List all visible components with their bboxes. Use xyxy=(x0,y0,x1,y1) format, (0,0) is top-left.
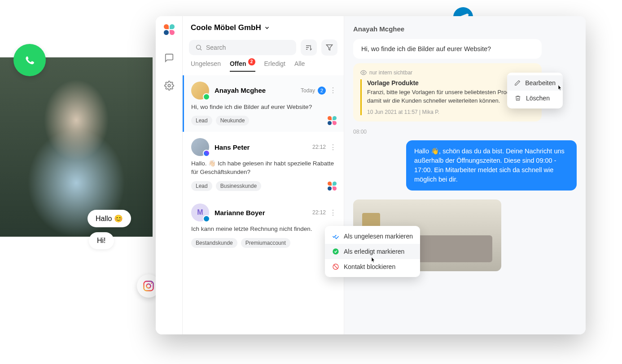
app-logo-small xyxy=(328,116,337,125)
svg-point-5 xyxy=(363,72,364,74)
sidebar xyxy=(156,16,183,334)
tag: Lead xyxy=(191,181,212,191)
tag: Lead xyxy=(191,116,212,126)
outgoing-message: Hallo 👋, schön das du da bist. Deine Nac… xyxy=(406,140,577,191)
chat-pane: Anayah Mcghee Hi, wo finde ich die Bilde… xyxy=(344,16,586,334)
avatar: M xyxy=(191,204,209,221)
telegram-channel-badge xyxy=(203,215,210,222)
conversation-options-button[interactable]: ⋮ xyxy=(329,143,337,152)
conversation-options-button[interactable]: ⋮ xyxy=(329,86,337,95)
conversation-item[interactable]: Hans Peter 22:12 ⋮ Hallo. 👋🏻 Ich habe ge… xyxy=(183,132,344,197)
chat-contact-name: Anayah Mcghee xyxy=(344,25,586,39)
pencil-icon xyxy=(514,79,521,87)
trash-icon xyxy=(514,95,521,102)
tag: Premiumaccount xyxy=(241,238,290,248)
tab-done[interactable]: Erledigt xyxy=(264,60,285,72)
chat-bubble-hello: Hallo 😊 xyxy=(88,210,131,227)
checkmarks-icon xyxy=(332,233,339,240)
search-input[interactable]: Search xyxy=(189,40,296,55)
whatsapp-channel-badge xyxy=(203,93,210,100)
workspace-switcher[interactable]: Coole Möbel GmbH xyxy=(183,16,344,39)
tag: Bestandskunde xyxy=(191,238,237,248)
sort-button[interactable] xyxy=(301,39,317,56)
sort-icon xyxy=(305,44,312,51)
edit-item[interactable]: Bearbeiten xyxy=(507,75,563,91)
tab-unread[interactable]: Ungelesen xyxy=(191,60,221,72)
tag: Neukunde xyxy=(216,116,250,126)
message-preview: Hallo. 👋🏻 Ich habe gelesen ihr habt spez… xyxy=(191,160,337,177)
cursor-pointer-icon xyxy=(556,84,564,92)
mark-unread-item[interactable]: Als ungelesen markieren xyxy=(325,229,420,244)
app-logo xyxy=(164,24,175,35)
conversation-context-menu: Als ungelesen markieren Als erledigt mar… xyxy=(325,226,420,277)
contact-name: Hans Peter xyxy=(215,143,312,151)
message-preview: Hi, wo finde ich die Bilder auf eurer We… xyxy=(191,103,337,112)
contact-name: Marianne Boyer xyxy=(215,209,312,217)
timestamp: 08:00 xyxy=(344,126,586,140)
settings-nav-icon[interactable] xyxy=(164,81,174,91)
status-tabs: Ungelesen Offen2 Erledigt Alle xyxy=(183,60,344,75)
conversation-time: 22:12 xyxy=(312,144,326,150)
open-count-badge: 2 xyxy=(248,58,255,65)
messages-nav-icon[interactable] xyxy=(164,53,174,63)
internal-label: nur intern sichtbar xyxy=(369,69,412,76)
avatar xyxy=(191,82,209,100)
tab-open[interactable]: Offen2 xyxy=(230,60,255,72)
conversation-item[interactable]: M Marianne Boyer 22:12 ⋮ Ich kann meine … xyxy=(183,197,344,254)
conversation-options-button[interactable]: ⋮ xyxy=(329,208,337,217)
app-logo-small xyxy=(328,182,337,191)
chevron-down-icon xyxy=(264,25,270,31)
block-icon xyxy=(332,263,339,270)
conversation-list: Anayah Mcghee Today 2 ⋮ Hi, wo finde ich… xyxy=(183,75,344,335)
filter-button[interactable] xyxy=(321,39,337,56)
contact-name: Anayah Mcghee xyxy=(215,87,301,94)
search-placeholder: Search xyxy=(206,44,226,51)
cursor-pointer-icon xyxy=(369,256,377,264)
svg-point-2 xyxy=(151,282,152,284)
svg-point-1 xyxy=(146,284,150,288)
filter-icon xyxy=(326,44,333,51)
tag: Businesskunde xyxy=(216,181,261,191)
svg-point-4 xyxy=(197,45,201,49)
search-icon xyxy=(195,44,202,51)
messenger-channel-badge xyxy=(203,150,210,157)
note-meta: 10 Jun 2021 at 11:57 | Mika P. xyxy=(367,109,534,115)
check-circle-icon xyxy=(332,248,339,255)
svg-point-3 xyxy=(168,84,171,87)
whatsapp-icon xyxy=(13,44,46,76)
avatar xyxy=(191,138,209,156)
conversation-time: 22:12 xyxy=(312,209,326,216)
conversation-item[interactable]: Anayah Mcghee Today 2 ⋮ Hi, wo finde ich… xyxy=(183,75,344,132)
eye-icon xyxy=(360,69,367,76)
app-window: Coole Möbel GmbH Search Ungelesen Offen2… xyxy=(156,16,586,334)
chat-bubble-hi: Hi! xyxy=(89,232,114,249)
delete-item[interactable]: Löschen xyxy=(507,91,563,106)
conversation-list-pane: Coole Möbel GmbH Search Ungelesen Offen2… xyxy=(183,16,344,334)
conversation-time: Today xyxy=(301,87,315,94)
tab-all[interactable]: Alle xyxy=(294,60,305,72)
unread-count: 2 xyxy=(318,87,326,95)
note-context-menu: Bearbeiten Löschen xyxy=(507,73,563,108)
message-preview: Ich kann meine letzte Rechnung nicht fin… xyxy=(191,225,337,234)
workspace-name: Coole Möbel GmbH xyxy=(191,23,261,32)
hero-photo xyxy=(0,57,153,237)
incoming-message: Hi, wo finde ich die Bilder auf eurer We… xyxy=(353,39,542,59)
